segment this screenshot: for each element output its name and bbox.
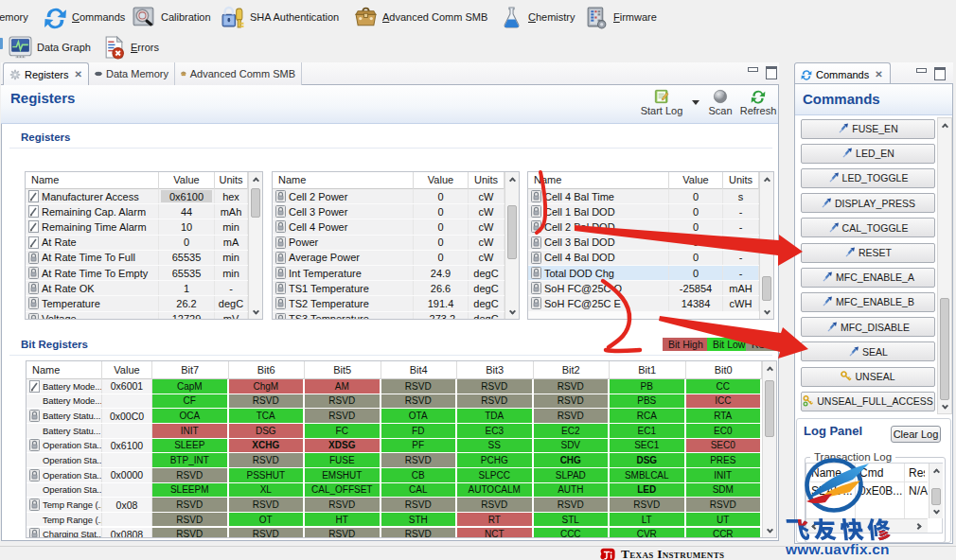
bit-register-row[interactable]: Temp Range (...RSVDOTHTSTHRTSTLLTUT <box>27 513 762 528</box>
tab-data-memory[interactable]: Data Memory <box>89 62 175 85</box>
bit-cell-rsvd[interactable]: RSVD <box>229 498 306 513</box>
bit-register-row[interactable]: Operation Sta...0x6100SLEEPXCHGXDSGPFSSS… <box>27 439 762 454</box>
unseal_full_access-button[interactable]: UNSEAL_FULL_ACCESS <box>801 392 935 411</box>
close-tab-icon[interactable]: ✕ <box>74 69 81 79</box>
bit-cell-rsvd[interactable]: RSVD <box>305 528 381 539</box>
register-value[interactable]: 26.6 <box>414 281 469 295</box>
bit-cell-fc[interactable]: FC <box>305 424 381 439</box>
register-value[interactable]: 0 <box>414 189 469 203</box>
bit-cell-rsvd[interactable]: RSVD <box>152 528 229 539</box>
register-value[interactable]: 0 <box>414 219 469 234</box>
bit-cell-pchg[interactable]: PCHG <box>457 453 534 468</box>
register-value[interactable]: 44 <box>159 204 215 219</box>
column-header-value[interactable]: Value <box>669 172 723 189</box>
bit-cell-rsvd[interactable]: RSVD <box>457 498 534 513</box>
bit-cell-capm[interactable]: CapM <box>152 379 229 394</box>
bit-cell-ec3[interactable]: EC3 <box>457 424 534 439</box>
bit-cell-rsvd[interactable]: RSVD <box>305 498 381 513</box>
scroll-down-icon[interactable] <box>761 306 772 319</box>
bit-cell-rsvd[interactable]: RSVD <box>534 498 611 513</box>
bit-cell-rsvd[interactable]: RSVD <box>381 379 458 394</box>
bit-cell-init[interactable]: INIT <box>686 468 763 483</box>
bit-cell-emshut[interactable]: EMSHUT <box>305 468 381 483</box>
bit-cell-sdv[interactable]: SDV <box>534 439 611 454</box>
register-value[interactable]: 10 <box>159 219 215 234</box>
bit-cell-rsvd[interactable]: RSVD <box>381 498 458 513</box>
bit-cell-rsvd[interactable]: RSVD <box>457 379 534 394</box>
bit-cell-chg[interactable]: CHG <box>534 453 611 468</box>
scroll-up-icon[interactable] <box>939 118 950 131</box>
bit-cell-ot[interactable]: OT <box>229 513 306 528</box>
toolbar-item-firmware[interactable]: Firmware <box>585 3 657 31</box>
table-row[interactable]: Cell 4 Bal Time0s <box>528 189 759 203</box>
bit-cell-cb[interactable]: CB <box>381 468 458 483</box>
bit-column-header-value[interactable]: Value <box>102 361 152 379</box>
table-scrollbar[interactable] <box>248 172 262 319</box>
bit-cell-sth[interactable]: STH <box>381 513 458 528</box>
mfc_enable_a-button[interactable]: MFC_ENABLE_A <box>801 268 935 288</box>
register-value[interactable]: -273.2 <box>414 312 469 319</box>
table-row[interactable]: At Rate OK1- <box>26 281 248 295</box>
bit-cell-autocalm[interactable]: AUTOCALM <box>457 483 534 499</box>
bit-cell-sec1[interactable]: SEC1 <box>610 439 686 454</box>
bit-cell-rsvd[interactable]: RSVD <box>152 468 229 483</box>
bit-cell-smblcal[interactable]: SMBLCAL <box>610 468 686 483</box>
bit-cell-rca[interactable]: RCA <box>610 409 686 424</box>
mfc_disable-button[interactable]: MFC_DISABLE <box>801 317 935 337</box>
register-value[interactable]: 0 <box>414 251 469 265</box>
bit-cell-rsvd[interactable]: RSVD <box>229 394 306 410</box>
table-row[interactable]: Average Power0cW <box>273 251 505 265</box>
log-vscrollbar[interactable] <box>929 464 943 518</box>
mfc_enable_b-button[interactable]: MFC_ENABLE_B <box>801 292 935 312</box>
bit-register-row[interactable]: Battery Statu...INITDSGFCFDEC3EC2EC1EC0 <box>27 424 762 439</box>
toolbar-item-commands[interactable]: Commands <box>44 3 125 31</box>
fuse_en-button[interactable]: FUSE_EN <box>801 119 935 139</box>
table-row[interactable]: TS3 Temperature-273.2degC <box>273 312 505 319</box>
column-header-units[interactable]: Units <box>215 172 248 189</box>
bit-cell-psshut[interactable]: PSSHUT <box>229 468 306 483</box>
bit-cell-nct[interactable]: NCT <box>457 528 534 539</box>
table-row[interactable]: Cell 4 Power0cW <box>273 219 505 234</box>
bit-cell-sdm[interactable]: SDM <box>686 483 763 499</box>
scroll-down-icon[interactable] <box>506 306 518 319</box>
table-row[interactable]: TS1 Temperature26.6degC <box>273 281 505 295</box>
bit-cell-rsvd[interactable]: RSVD <box>457 394 534 410</box>
table-scrollbar[interactable] <box>759 172 773 319</box>
table-row[interactable]: At Rate0mA <box>26 236 248 250</box>
toolbar-item-advanced-comm-smb[interactable]: Advanced Comm SMB <box>354 3 487 31</box>
bit-cell-fuse[interactable]: FUSE <box>305 453 381 468</box>
bit-cell-sec0[interactable]: SEC0 <box>686 439 763 454</box>
bit-cell-ut[interactable]: UT <box>686 513 763 528</box>
bit-cell-stl[interactable]: STL <box>534 513 611 528</box>
table-row[interactable]: Cell 3 Bal DOD0- <box>528 236 759 250</box>
column-header-units[interactable]: Units <box>723 172 759 189</box>
tab-commands[interactable]: Commands✕ <box>794 62 891 85</box>
register-value[interactable]: 0 <box>669 236 723 250</box>
bit-cell-rsvd[interactable]: RSVD <box>534 379 611 394</box>
column-header-units[interactable]: Units <box>469 172 505 189</box>
reset-button[interactable]: RESET <box>801 243 935 263</box>
table-row[interactable]: Cell 3 Power0cW <box>273 204 505 219</box>
bit-column-header-bit0[interactable]: Bit0 <box>686 361 763 379</box>
bit-cell-cal_offset[interactable]: CAL_OFFSET <box>305 483 381 499</box>
bit-cell-dsg[interactable]: DSG <box>610 453 686 468</box>
bit-cell-rsvd[interactable]: RSVD <box>381 453 458 468</box>
refresh-button[interactable]: Refresh <box>734 89 783 116</box>
scroll-up-icon[interactable] <box>250 172 261 185</box>
log-row-res[interactable]: N/A <box>909 483 929 499</box>
bit-cell-am[interactable]: AM <box>305 379 381 394</box>
register-value[interactable]: 24.9 <box>414 266 469 280</box>
column-header-name[interactable]: Name <box>273 172 414 189</box>
table-row[interactable]: Cell 4 Bal DOD0- <box>528 251 759 265</box>
scroll-down-icon[interactable] <box>250 306 261 319</box>
table-row[interactable]: SoH FC@25C Q-25854mAH <box>528 281 759 295</box>
bit-column-header-bit1[interactable]: Bit1 <box>610 361 686 379</box>
column-header-name[interactable]: Name <box>528 172 669 189</box>
tab-advanced-comm-smb[interactable]: Advanced Comm SMB <box>175 62 302 85</box>
bit-cell-ota[interactable]: OTA <box>381 409 458 424</box>
scrollbar-thumb[interactable] <box>507 205 517 259</box>
table-row[interactable]: Cell 1 Bal DOD0- <box>528 204 759 219</box>
toolbar-item-calibration[interactable]: Calibration <box>133 3 211 31</box>
bit-cell-slpcc[interactable]: SLPCC <box>457 468 534 483</box>
register-value[interactable]: 12729 <box>159 312 215 319</box>
